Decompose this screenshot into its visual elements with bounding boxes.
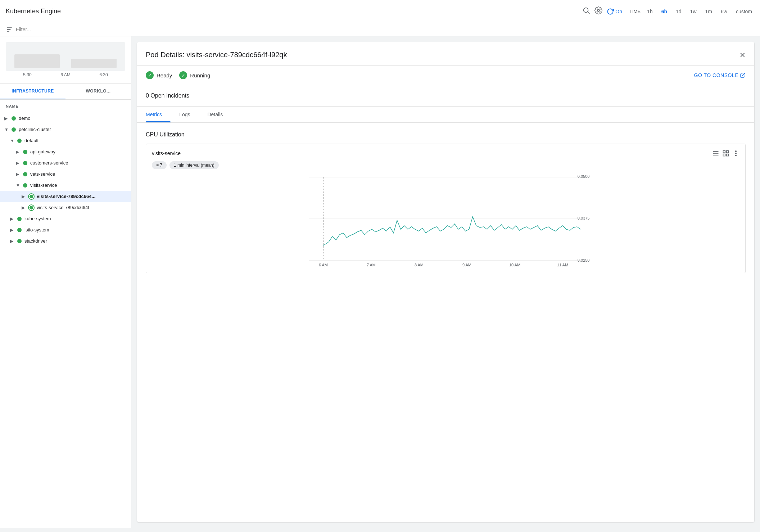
panel-tabs: Metrics Logs Details	[137, 107, 754, 123]
chart-area: 0.0500 0.0375 0.0250 6 AM 7 AM	[152, 173, 739, 267]
svg-text:0.0500: 0.0500	[578, 174, 590, 179]
tree-label-stack: stackdriver	[24, 238, 47, 244]
chart-bar-1	[14, 54, 60, 68]
mini-chart: 5:30 6 AM 6:30	[0, 36, 131, 84]
cpu-utilization-title: CPU Utilization	[146, 131, 746, 138]
panel-header: Pod Details: visits-service-789cdc664f-l…	[137, 42, 754, 66]
tree-label-demo: demo	[19, 116, 31, 121]
tree-label-customers: customers-service	[30, 160, 68, 166]
chevron-right-icon-kube: ▶	[10, 216, 17, 221]
svg-rect-12	[727, 154, 729, 156]
chart-bar-2	[71, 59, 117, 68]
chevron-right-icon-pod1: ▶	[22, 194, 29, 199]
status-dot-stack	[17, 239, 22, 243]
list-view-icon[interactable]	[712, 150, 719, 157]
left-panel: 5:30 6 AM 6:30 INFRASTRUCTURE WORKLO... …	[0, 36, 131, 528]
status-row: ✓ Ready ✓ Running GO TO CONSOLE	[137, 66, 754, 85]
go-to-console-label: GO TO CONSOLE	[694, 72, 738, 78]
auto-refresh-toggle[interactable]: On	[607, 8, 622, 15]
time-1m[interactable]: 1m	[703, 7, 714, 16]
status-dot-api	[23, 150, 27, 154]
chevron-right-icon-api: ▶	[16, 149, 23, 154]
svg-point-0	[584, 8, 588, 13]
status-dot-demo	[12, 116, 16, 121]
chart-container: visits-service	[146, 144, 746, 273]
status-dot-default	[17, 139, 22, 143]
svg-rect-10	[723, 151, 725, 153]
settings-icon[interactable]	[594, 6, 602, 16]
chevron-down-icon-visits: ▼	[16, 183, 23, 188]
filter-icon	[6, 26, 13, 33]
chart-time-labels: 5:30 6 AM 6:30	[6, 71, 125, 77]
more-options-icon[interactable]	[732, 150, 739, 157]
tree-item-istio[interactable]: ▶ istio-system	[0, 224, 131, 235]
chevron-right-icon-istio: ▶	[10, 227, 17, 233]
svg-text:11 AM: 11 AM	[557, 263, 568, 267]
running-icon: ✓	[179, 71, 187, 79]
chart-time-0: 5:30	[23, 72, 31, 77]
time-custom[interactable]: custom	[734, 7, 754, 16]
expand-icon[interactable]	[722, 150, 729, 157]
search-icon[interactable]	[582, 6, 590, 16]
tree-label-istio: istio-system	[24, 227, 49, 233]
time-6h[interactable]: 6h	[659, 7, 669, 16]
filter-input[interactable]	[16, 27, 88, 32]
tree-label-vets: vets-service	[30, 171, 55, 177]
status-dot-customers	[23, 161, 27, 165]
svg-point-15	[736, 153, 737, 154]
tree-item-stackdriver[interactable]: ▶ stackdriver	[0, 235, 131, 247]
time-1h[interactable]: 1h	[645, 7, 655, 16]
tree-header: NAME	[0, 100, 131, 113]
svg-text:0.0250: 0.0250	[578, 258, 590, 262]
header-right: On TIME 1h 6h 1d 1w 1m 6w custom	[582, 6, 754, 16]
tab-metrics[interactable]: Metrics	[146, 107, 171, 122]
tree-item-default[interactable]: ▼ default	[0, 135, 131, 146]
filter-chip-interval[interactable]: 1 min interval (mean)	[169, 161, 219, 169]
svg-text:7 AM: 7 AM	[367, 263, 376, 267]
time-1w[interactable]: 1w	[688, 7, 699, 16]
tree-item-petclinic[interactable]: ▼ petclinic-cluster	[0, 124, 131, 135]
status-dot-pod1	[29, 194, 34, 199]
tree-item-vets[interactable]: ▶ vets-service	[0, 168, 131, 180]
chart-title: visits-service	[152, 150, 181, 156]
tab-infrastructure[interactable]: INFRASTRUCTURE	[0, 84, 65, 99]
tree-item-visits[interactable]: ▼ visits-service	[0, 180, 131, 191]
status-dot-petclinic	[12, 127, 16, 132]
chart-header: visits-service	[152, 150, 739, 157]
panel-title: Pod Details: visits-service-789cdc664f-l…	[146, 51, 287, 59]
svg-text:0.0375: 0.0375	[578, 216, 590, 220]
svg-point-2	[598, 9, 600, 12]
tree-item-api-gateway[interactable]: ▶ api-gateway	[0, 146, 131, 157]
status-ready: ✓ Ready	[146, 71, 172, 79]
svg-point-16	[736, 155, 737, 156]
chevron-down-icon-default: ▼	[10, 138, 17, 143]
tab-details[interactable]: Details	[207, 107, 231, 122]
chevron-right-icon-pod2: ▶	[22, 205, 29, 210]
time-6w[interactable]: 6w	[719, 7, 729, 16]
go-to-console-button[interactable]: GO TO CONSOLE	[694, 72, 746, 78]
tree-item-customers[interactable]: ▶ customers-service	[0, 157, 131, 168]
time-1d[interactable]: 1d	[674, 7, 684, 16]
filter-chip-series[interactable]: ≡ 7	[152, 161, 167, 169]
tree-label-kube: kube-system	[24, 216, 51, 221]
close-button[interactable]: ✕	[739, 51, 746, 59]
tab-workloads[interactable]: WORKLO...	[65, 84, 131, 99]
chevron-right-icon-customers: ▶	[16, 161, 23, 166]
external-link-icon	[740, 72, 746, 78]
tree-item-demo[interactable]: ▶ demo	[0, 113, 131, 124]
running-label: Running	[190, 72, 210, 78]
app-title: Kubernetes Engine	[6, 8, 61, 15]
svg-text:8 AM: 8 AM	[415, 263, 424, 267]
filter-chip-series-label: ≡ 7	[156, 163, 162, 168]
tree-label-pod2: visits-service-789cdc664f-	[37, 205, 91, 210]
svg-text:9 AM: 9 AM	[462, 263, 471, 267]
chevron-down-icon: ▼	[4, 127, 12, 132]
tree-item-visits-pod2[interactable]: ▶ visits-service-789cdc664f-	[0, 202, 131, 213]
ready-icon: ✓	[146, 71, 154, 79]
svg-line-1	[588, 12, 589, 14]
tree-item-kube-system[interactable]: ▶ kube-system	[0, 213, 131, 224]
tree-item-visits-pod1[interactable]: ▶ visits-service-789cdc664...	[0, 191, 131, 202]
left-panel-tabs: INFRASTRUCTURE WORKLO...	[0, 84, 131, 100]
tab-logs[interactable]: Logs	[179, 107, 199, 122]
status-dot-visits	[23, 183, 27, 188]
